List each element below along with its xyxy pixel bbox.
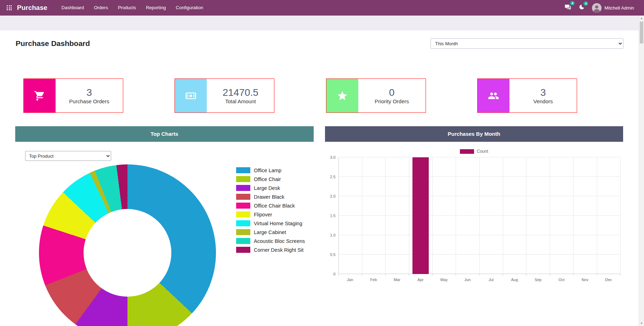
- control-panel-band: [0, 16, 644, 30]
- v-gridline: [385, 157, 386, 274]
- kpi-card-purchase-orders[interactable]: 3Purchase Orders: [23, 78, 123, 113]
- x-axis-tick: [385, 274, 386, 276]
- x-axis-tick: [456, 274, 456, 276]
- bar-legend[interactable]: Count: [325, 149, 623, 154]
- kpi-body: 0Priority Orders: [358, 79, 426, 112]
- legend-swatch: [236, 220, 250, 226]
- menu-item-orders[interactable]: Orders: [89, 0, 113, 16]
- kpi-body: 3Purchase Orders: [56, 79, 123, 112]
- legend-label: Office Lamp: [254, 168, 281, 173]
- legend-item-acoustic-bloc-screens[interactable]: Acoustic Bloc Screens: [236, 238, 305, 244]
- v-gridline: [432, 157, 433, 274]
- messages-button[interactable]: 4: [564, 4, 571, 12]
- kpi-value: 3: [86, 87, 92, 98]
- activities-button[interactable]: 4: [579, 4, 585, 12]
- vertical-scrollbar[interactable]: ▲ ▼: [639, 16, 644, 326]
- legend-swatch: [236, 176, 250, 182]
- cart-icon: [24, 79, 56, 112]
- legend-label: Large Desk: [254, 185, 280, 191]
- y-axis-labels: 00.51.01.52.02.53.0: [325, 157, 336, 274]
- x-axis-label: Feb: [362, 278, 385, 282]
- kpi-label: Priority Orders: [375, 98, 409, 104]
- legend-swatch: [236, 211, 250, 217]
- menu-item-dashboard[interactable]: Dashboard: [57, 0, 89, 16]
- legend-item-corner-desk-right-sit[interactable]: Corner Desk Right Sit: [236, 247, 305, 253]
- legend-item-office-lamp[interactable]: Office Lamp: [236, 167, 305, 173]
- v-gridline: [479, 157, 480, 274]
- messages-badge: 4: [570, 1, 575, 5]
- legend-swatch: [236, 185, 250, 191]
- donut-hole: [84, 209, 171, 297]
- kpi-card-total-amount[interactable]: 21470.5Total Amount: [175, 78, 274, 113]
- kpi-value: 3: [540, 87, 546, 98]
- y-axis-label: 2.0: [330, 194, 335, 198]
- bar-chart-plot: [338, 157, 621, 274]
- top-product-select[interactable]: Top Product: [25, 151, 111, 161]
- purchases-by-month-panel: Purchases By Month Count 00.51.01.52.02.…: [325, 126, 623, 326]
- legend-item-virtual-home-staging[interactable]: Virtual Home Staging: [236, 220, 305, 226]
- v-gridline: [620, 157, 621, 274]
- x-axis-tick: [620, 274, 621, 276]
- pie-legend: Office LampOffice ChairLarge DeskDrawer …: [236, 167, 305, 256]
- legend-item-large-desk[interactable]: Large Desk: [236, 185, 305, 191]
- legend-swatch: [236, 229, 250, 235]
- menu-item-products[interactable]: Products: [113, 0, 141, 16]
- v-gridline: [503, 157, 503, 274]
- kpi-body: 21470.5Total Amount: [207, 79, 274, 112]
- menu-item-reporting[interactable]: Reporting: [141, 0, 171, 16]
- v-gridline: [573, 157, 574, 274]
- scrollbar-thumb[interactable]: [640, 22, 643, 43]
- legend-label: Flipover: [254, 212, 272, 217]
- x-axis-label: Jun: [456, 278, 479, 282]
- count-legend-label: Count: [477, 149, 488, 154]
- legend-swatch: [236, 238, 250, 244]
- legend-item-drawer-black[interactable]: Drawer Black: [236, 194, 305, 200]
- user-menu[interactable]: Mitchell Admin: [592, 3, 634, 13]
- x-axis-tick: [573, 274, 574, 276]
- user-name: Mitchell Admin: [604, 5, 634, 11]
- kpi-body: 3Vendors: [509, 79, 577, 112]
- legend-swatch: [236, 203, 250, 209]
- kpi-value: 21470.5: [223, 87, 258, 98]
- top-charts-header: Top Charts: [15, 126, 314, 142]
- donut-chart[interactable]: [39, 164, 216, 326]
- star-icon: [326, 79, 358, 112]
- legend-item-office-chair[interactable]: Office Chair: [236, 176, 305, 182]
- y-axis-label: 3.0: [330, 155, 335, 159]
- v-gridline: [526, 157, 526, 274]
- legend-item-office-chair-black[interactable]: Office Chair Black: [236, 203, 305, 209]
- legend-swatch: [236, 247, 250, 253]
- scroll-up-arrow[interactable]: ▲: [639, 16, 644, 21]
- period-select[interactable]: This Month: [431, 38, 623, 49]
- scroll-down-arrow[interactable]: ▼: [639, 321, 644, 326]
- page-title: Purchase Dashboard: [16, 39, 90, 48]
- top-charts-panel: Top Charts Top Product Office LampOffice…: [15, 126, 314, 326]
- x-axis-label: Dec: [597, 278, 620, 282]
- legend-item-large-cabinet[interactable]: Large Cabinet: [236, 229, 305, 235]
- x-axis-label: Mar: [385, 278, 409, 282]
- legend-label: Drawer Black: [254, 194, 284, 200]
- apps-grid-icon[interactable]: [5, 4, 13, 12]
- kpi-label: Total Amount: [225, 98, 256, 104]
- legend-label: Acoustic Bloc Screens: [254, 238, 305, 244]
- top-navbar: Purchase DashboardOrdersProductsReportin…: [0, 0, 644, 16]
- x-axis-tick: [597, 274, 597, 276]
- x-axis-label: Jul: [479, 278, 503, 282]
- kpi-card-priority-orders[interactable]: 0Priority Orders: [326, 78, 426, 113]
- kpi-label: Vendors: [533, 98, 553, 104]
- y-axis-label: 0: [333, 272, 335, 276]
- bar-apr-count[interactable]: [412, 157, 429, 274]
- kpi-card-vendors[interactable]: 3Vendors: [477, 78, 577, 113]
- app-title[interactable]: Purchase: [17, 4, 47, 12]
- top-charts-body: Top Product Office LampOffice ChairLarge…: [15, 142, 314, 326]
- kpi-row: 3Purchase Orders21470.5Total Amount0Prio…: [23, 78, 577, 113]
- menu-item-configuration[interactable]: Configuration: [171, 0, 208, 16]
- v-gridline: [550, 157, 550, 274]
- navbar-systray: 4 4 Mitchell Admin: [564, 3, 639, 13]
- kpi-label: Purchase Orders: [69, 98, 109, 104]
- purchases-by-month-header: Purchases By Month: [325, 126, 623, 142]
- users-icon: [478, 79, 509, 112]
- y-axis-label: 1.5: [330, 214, 335, 218]
- legend-item-flipover[interactable]: Flipover: [236, 211, 305, 217]
- v-gridline: [362, 157, 362, 274]
